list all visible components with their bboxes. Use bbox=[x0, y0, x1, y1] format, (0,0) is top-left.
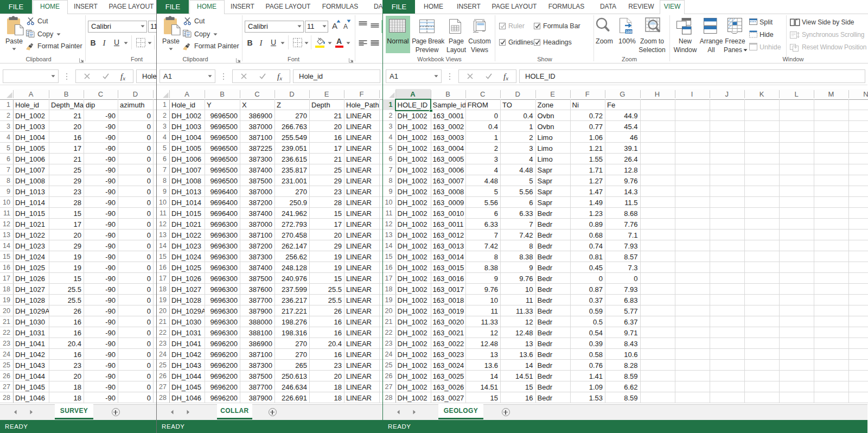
svg-text:100: 100 bbox=[626, 30, 632, 34]
